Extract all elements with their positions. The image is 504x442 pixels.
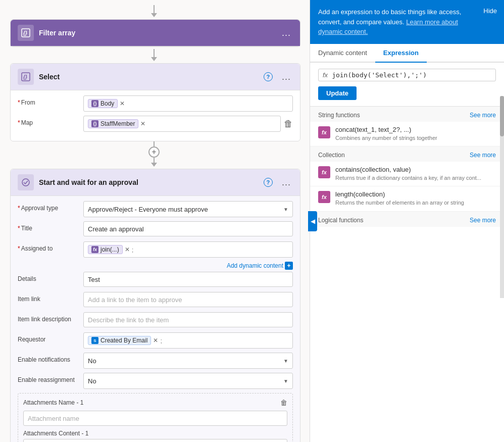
select-help-btn[interactable]: ? — [262, 71, 275, 82]
add-connector: + — [146, 141, 162, 167]
concat-fx-badge: fx — [318, 126, 330, 138]
scrollbar[interactable] — [500, 96, 504, 298]
string-functions-section: String functions See more — [310, 107, 504, 122]
panel-hide-btn[interactable]: Hide — [483, 7, 497, 15]
contains-function-desc: Returns true if a dictionary contains a … — [335, 174, 496, 182]
concat-function-info: concat(text_1, text_2?, ...) Combines an… — [335, 126, 496, 142]
attachment-name-input[interactable] — [23, 411, 287, 426]
tab-dynamic-content[interactable]: Dynamic content — [310, 44, 375, 63]
attachment-content-input[interactable] — [23, 439, 287, 442]
from-row: *From {} Body ✕ — [18, 95, 293, 112]
svg-point-4 — [22, 179, 29, 186]
created-by-email-token: S Created By Email — [88, 336, 151, 345]
filter-array-actions: ... — [280, 27, 293, 38]
join-token-close[interactable]: ✕ — [125, 247, 130, 253]
details-row: Details — [18, 272, 293, 288]
update-btn[interactable]: Update — [318, 86, 357, 100]
collection-section: Collection See more — [310, 146, 504, 162]
attachment-delete-btn[interactable]: 🗑 — [280, 399, 287, 407]
contains-fx-badge: fx — [318, 166, 330, 178]
approval-type-row: *Approval type Approve/Reject - Everyone… — [18, 201, 293, 217]
add-dynamic-btn[interactable]: Add dynamic content + — [227, 262, 293, 270]
map-delete-btn[interactable]: 🗑 — [284, 119, 293, 129]
select-more-btn[interactable]: ... — [280, 71, 293, 82]
concat-function-item[interactable]: fx concat(text_1, text_2?, ...) Combines… — [310, 122, 504, 146]
body-token: {} Body — [88, 99, 118, 108]
staff-member-token-close[interactable]: ✕ — [140, 121, 145, 127]
select-card: {} Select ? ... *From — [10, 63, 300, 141]
tab-expression[interactable]: Expression — [375, 44, 427, 63]
length-function-name: length(collection) — [335, 190, 496, 198]
map-row: *Map {} StaffMember ✕ 🗑 — [18, 116, 293, 132]
approval-icon — [18, 174, 34, 190]
contains-function-item[interactable]: fx contains(collection, value) Returns t… — [310, 162, 504, 186]
map-token-field[interactable]: {} StaffMember ✕ — [83, 116, 281, 132]
length-function-item[interactable]: fx length(collection) Returns the number… — [310, 186, 504, 211]
expression-area: fx Update — [310, 63, 504, 107]
concat-function-desc: Combines any number of strings together — [335, 134, 496, 142]
assigned-to-row: *Assigned to fx join(...) ✕ ; — [18, 241, 293, 258]
body-token-icon: {} — [91, 100, 98, 107]
select-header-actions: ? ... — [262, 71, 293, 82]
right-panel: Add an expression to do basic things lik… — [310, 0, 504, 442]
contains-function-name: contains(collection, value) — [335, 166, 496, 173]
item-link-desc-input[interactable] — [83, 312, 293, 327]
assigned-to-label: *Assigned to — [18, 241, 83, 252]
logical-see-more-btn[interactable]: See more — [470, 217, 496, 224]
assigned-to-field[interactable]: fx join(...) ✕ ; — [83, 241, 293, 258]
item-link-row: Item link — [18, 292, 293, 308]
panel-collapse-arrow[interactable]: ◀ — [308, 211, 317, 231]
approval-type-select[interactable]: Approve/Reject - Everyone must approve ▼ — [83, 201, 293, 217]
join-token: fx join(...) — [88, 245, 123, 254]
panel-tabs: Dynamic content Expression — [310, 44, 504, 63]
fx-label: fx — [323, 71, 328, 79]
approval-header-actions: ? ... — [262, 177, 293, 188]
filter-array-header: {} Filter array ... — [11, 20, 300, 46]
enable-reassign-select[interactable]: No ▼ — [83, 373, 293, 389]
body-token-close[interactable]: ✕ — [120, 101, 125, 107]
expression-input[interactable] — [332, 71, 491, 79]
map-input-wrap: {} StaffMember ✕ 🗑 — [83, 116, 293, 132]
enable-notif-select[interactable]: No ▼ — [83, 353, 293, 369]
details-label: Details — [18, 272, 83, 282]
filter-array-card: {} Filter array ... — [10, 19, 300, 47]
select-title: Select — [39, 73, 262, 81]
approval-title-row: *Title — [18, 221, 293, 237]
approval-type-chevron: ▼ — [283, 207, 288, 212]
attachment-content-label: Attachments Content - 1 — [23, 430, 287, 437]
scroll-thumb[interactable] — [500, 96, 504, 136]
svg-text:{}: {} — [23, 30, 27, 36]
approval-title-input[interactable] — [83, 221, 293, 236]
staff-member-token-icon: {} — [91, 120, 98, 127]
item-link-wrap — [83, 292, 293, 307]
flow-canvas: {} Filter array ... { — [0, 0, 308, 442]
assigned-to-wrap: fx join(...) ✕ ; — [83, 241, 293, 258]
arrow-1 — [10, 47, 298, 63]
enable-reassign-wrap: No ▼ — [83, 373, 293, 389]
approval-title-label-form: *Title — [18, 221, 83, 232]
approval-more-btn[interactable]: ... — [280, 177, 293, 188]
panel-header: Add an expression to do basic things lik… — [310, 0, 504, 44]
from-token-field[interactable]: {} Body ✕ — [83, 95, 293, 112]
collection-see-more-btn[interactable]: See more — [470, 152, 496, 159]
details-input[interactable] — [83, 272, 293, 287]
enable-reassign-row: Enable reassignment No ▼ — [18, 373, 293, 389]
from-input-wrap: {} Body ✕ — [83, 95, 293, 112]
enable-reassign-label: Enable reassignment — [18, 373, 83, 383]
string-see-more-btn[interactable]: See more — [470, 112, 496, 119]
enable-notif-row: Enable notifications No ▼ — [18, 353, 293, 369]
approval-help-btn[interactable]: ? — [262, 177, 275, 188]
approval-title-wrap — [83, 221, 293, 236]
requestor-row: Requestor S Created By Email ✕ ; — [18, 332, 293, 349]
item-link-input[interactable] — [83, 292, 293, 307]
map-label: *Map — [18, 116, 83, 126]
filter-array-icon: {} — [18, 25, 34, 41]
filter-array-more-btn[interactable]: ... — [280, 27, 293, 38]
approval-card: Start and wait for an approval ? ... *Ap… — [10, 169, 300, 442]
requestor-field[interactable]: S Created By Email ✕ ; — [83, 332, 293, 349]
requestor-token-close[interactable]: ✕ — [153, 337, 158, 343]
functions-list: String functions See more fx concat(text… — [310, 107, 504, 443]
add-step-btn[interactable]: + — [148, 146, 160, 158]
dynamic-content-row: Add dynamic content + — [18, 262, 293, 270]
enable-notif-chevron: ▼ — [283, 358, 288, 364]
